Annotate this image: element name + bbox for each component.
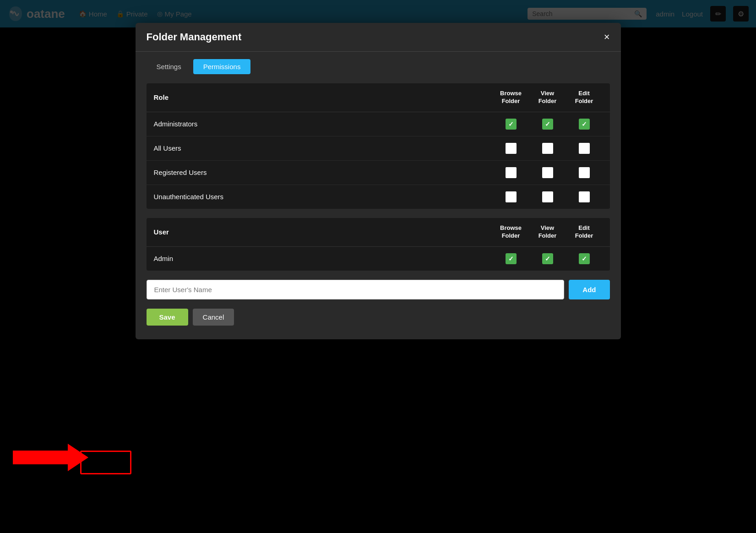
modal-close-button[interactable]: × <box>604 32 610 42</box>
tab-permissions-label: Permissions <box>203 63 241 71</box>
role-name-registeredusers: Registered Users <box>154 169 493 176</box>
unauthenticated-edit-checkbox[interactable] <box>566 191 603 202</box>
role-row-allusers: All Users <box>147 136 610 161</box>
folder-management-modal: Folder Management × Settings Permissions… <box>136 23 621 339</box>
role-name-administrators: Administrators <box>154 120 493 128</box>
col-role-header: Role <box>154 93 493 101</box>
col-view-header: View Folder <box>529 90 566 105</box>
administrators-edit-checkbox[interactable] <box>566 119 603 130</box>
role-row-registeredusers: Registered Users <box>147 161 610 185</box>
col-user-header: User <box>154 228 493 236</box>
admin-browse-checked[interactable] <box>506 253 517 264</box>
allusers-view-checkbox[interactable] <box>529 143 566 154</box>
unauthenticated-view-checkbox[interactable] <box>529 191 566 202</box>
allusers-edit-unchecked[interactable] <box>579 143 590 154</box>
administrators-view-checkbox[interactable] <box>529 119 566 130</box>
administrators-browse-checkbox[interactable] <box>493 119 529 130</box>
registeredusers-browse-unchecked[interactable] <box>506 167 517 178</box>
registeredusers-view-checkbox[interactable] <box>529 167 566 178</box>
registeredusers-edit-checkbox[interactable] <box>566 167 603 178</box>
user-input-row: Add <box>147 280 610 299</box>
users-col-view-header: View Folder <box>529 224 566 240</box>
unauthenticated-view-unchecked[interactable] <box>542 191 553 202</box>
role-name-unauthenticated: Unauthenticated Users <box>154 193 493 201</box>
roles-table: Role Browse Folder View Folder Edit Fold… <box>147 83 610 209</box>
admin-view-checked[interactable] <box>542 253 553 264</box>
cancel-button[interactable]: Cancel <box>193 309 234 326</box>
registeredusers-browse-checkbox[interactable] <box>493 167 529 178</box>
modal-title: Folder Management <box>147 31 242 43</box>
admin-edit-checked[interactable] <box>579 253 590 264</box>
tab-settings-label: Settings <box>157 63 181 71</box>
tab-permissions[interactable]: Permissions <box>193 59 251 74</box>
role-name-allusers: All Users <box>154 144 493 152</box>
users-table-header: User Browse Folder View Folder Edit Fold… <box>147 218 610 247</box>
allusers-edit-checkbox[interactable] <box>566 143 603 154</box>
action-row: Save Cancel <box>136 299 621 326</box>
tab-settings[interactable]: Settings <box>147 59 191 74</box>
unauthenticated-edit-unchecked[interactable] <box>579 191 590 202</box>
allusers-browse-checkbox[interactable] <box>493 143 529 154</box>
role-row-administrators: Administrators <box>147 112 610 136</box>
administrators-view-checked[interactable] <box>542 119 553 130</box>
user-row-admin: Admin <box>147 247 610 271</box>
col-browse-header: Browse Folder <box>493 90 529 105</box>
unauthenticated-browse-checkbox[interactable] <box>493 191 529 202</box>
modal-header: Folder Management × <box>136 23 621 52</box>
add-user-button[interactable]: Add <box>569 280 609 299</box>
allusers-view-unchecked[interactable] <box>542 143 553 154</box>
col-edit-header: Edit Folder <box>566 90 603 105</box>
administrators-browse-checked[interactable] <box>506 119 517 130</box>
roles-table-header: Role Browse Folder View Folder Edit Fold… <box>147 83 610 112</box>
user-name-admin: Admin <box>154 255 493 262</box>
users-col-browse-header: Browse Folder <box>493 224 529 240</box>
users-table: User Browse Folder View Folder Edit Fold… <box>147 218 610 271</box>
registeredusers-edit-unchecked[interactable] <box>579 167 590 178</box>
users-col-edit-header: Edit Folder <box>566 224 603 240</box>
allusers-browse-unchecked[interactable] <box>506 143 517 154</box>
admin-browse-checkbox[interactable] <box>493 253 529 264</box>
registeredusers-view-unchecked[interactable] <box>542 167 553 178</box>
unauthenticated-browse-unchecked[interactable] <box>506 191 517 202</box>
administrators-edit-checked[interactable] <box>579 119 590 130</box>
user-name-input[interactable] <box>147 280 565 299</box>
admin-view-checkbox[interactable] <box>529 253 566 264</box>
admin-edit-checkbox[interactable] <box>566 253 603 264</box>
tab-bar: Settings Permissions <box>136 52 621 74</box>
role-row-unauthenticated: Unauthenticated Users <box>147 185 610 209</box>
save-button[interactable]: Save <box>147 309 188 326</box>
